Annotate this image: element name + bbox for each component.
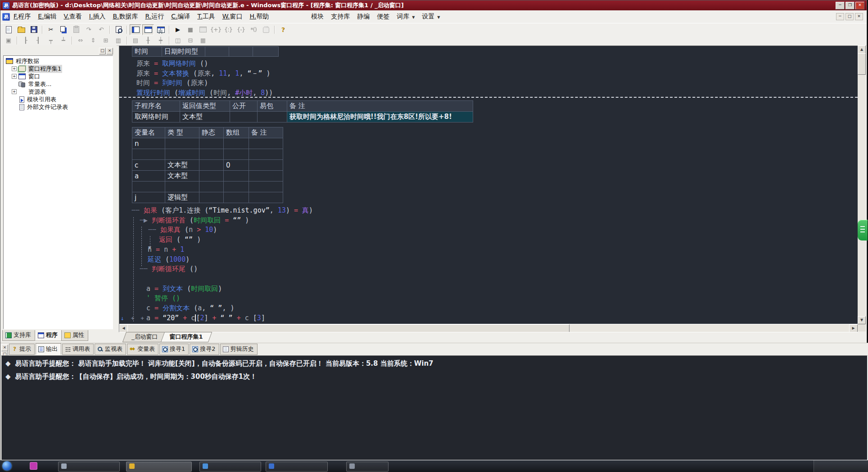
code-line[interactable]: ┄▶ 判断循环首 (时间取回 = “” ) (140, 216, 249, 226)
table-cell[interactable] (249, 149, 283, 160)
sidebar-tab-属性[interactable]: 属性 (61, 330, 88, 341)
start-button[interactable] (2, 461, 12, 471)
table-cell[interactable] (132, 182, 165, 192)
code-line[interactable]: 时间 = 到时间 (原来) (136, 79, 208, 88)
sidebar-tab-程序[interactable]: 程序 (35, 330, 62, 341)
view-top-button[interactable] (142, 24, 154, 35)
vertical-scrollbar[interactable]: ▲ ▼ (858, 45, 866, 324)
table-cell[interactable] (199, 138, 224, 149)
code-line[interactable]: c = 分割文本 (a, “ ”, ) (146, 304, 234, 313)
menu-静编[interactable]: 静编 (353, 11, 373, 22)
minimize-button[interactable]: ─ (836, 2, 845, 9)
expand-plus-icon[interactable]: + (12, 89, 17, 94)
panel-tab-搜寻2[interactable]: 搜寻2 (190, 344, 219, 355)
code-line[interactable]: a = “20” + c[2] + “ ” + c [3] (146, 314, 265, 323)
table-cell[interactable]: 返回值类型 (180, 101, 230, 112)
assistant-handle[interactable] (858, 220, 868, 241)
table-cell[interactable]: 变量名 (132, 127, 165, 138)
code-line[interactable]: 原来 = 取网络时间 () (136, 59, 208, 69)
code-line[interactable]: ┄┄ 如果 (客户1.连接 (“Time.nist.gov”, 13) = 真) (131, 206, 313, 216)
table-cell[interactable]: 逻辑型 (165, 192, 199, 203)
code-line[interactable]: 原来 = 文本替换 (原来, 11, 1, “－” ) (136, 69, 271, 79)
table-cell[interactable]: 静态 (199, 127, 224, 138)
code-editor[interactable]: 时间日期时间型 原来 = 取网络时间 ()原来 = 文本替换 (原来, 11, … (119, 45, 858, 332)
table-cell[interactable] (249, 182, 283, 192)
table-cell[interactable] (205, 47, 229, 57)
table-cell[interactable]: 0 (224, 160, 249, 171)
table-cell[interactable] (249, 192, 283, 203)
table-cell[interactable] (230, 112, 258, 123)
menu-帮助[interactable]: H.帮助 (246, 11, 272, 22)
table-cell[interactable] (165, 138, 199, 149)
taskbar-window-button[interactable] (126, 462, 192, 472)
taskbar-window-button[interactable] (346, 462, 389, 472)
table-cell[interactable] (229, 47, 253, 57)
tree-item-资源表[interactable]: +资源表 (4, 88, 113, 95)
menu-工具[interactable]: T.工具 (194, 11, 218, 22)
code-line[interactable]: ┄┄ 如果真 (n > 10) (148, 226, 217, 235)
menu-数据库[interactable]: B.数据库 (109, 11, 141, 22)
table-cell[interactable]: 子程序名 (132, 101, 180, 112)
menu-插入[interactable]: I.插入 (86, 11, 109, 22)
table-cell[interactable]: c (132, 160, 165, 171)
code-line[interactable]: 返回 ( “” ) (159, 236, 201, 245)
editor-tab-窗口程序集1[interactable]: 窗口程序集1 (163, 332, 210, 342)
table-cell[interactable] (224, 192, 249, 203)
table-cell[interactable]: 文本型 (165, 171, 199, 182)
insert-down-icon[interactable]: ↓ (121, 315, 124, 322)
table-cell[interactable]: 公开 (230, 101, 258, 112)
tree-item-窗口[interactable]: +窗口 (4, 73, 113, 80)
table-cell[interactable]: 备 注 (249, 127, 283, 138)
code-line[interactable]: n = n + 1 (148, 245, 184, 255)
table-cell[interactable] (258, 112, 287, 123)
taskbar-window-button[interactable] (58, 462, 120, 472)
table-cell[interactable]: 类 型 (165, 127, 199, 138)
table-cell[interactable] (249, 138, 283, 149)
system-tray[interactable] (814, 460, 868, 472)
menu-便签[interactable]: 便签 (373, 11, 393, 22)
table-cell[interactable]: 易包 (258, 101, 287, 112)
panel-tab-变量表[interactable]: 变量表 (127, 344, 158, 355)
table-cell[interactable]: 文本型 (165, 160, 199, 171)
table-cell[interactable] (224, 138, 249, 149)
table-cell[interactable] (132, 149, 165, 160)
scroll-right-icon[interactable]: ▶ (849, 324, 858, 332)
table-cell[interactable]: a (132, 171, 165, 182)
tree-item-外部文件记录表[interactable]: 外部文件记录表 (4, 103, 113, 111)
scroll-up-icon[interactable]: ▲ (858, 45, 866, 54)
table-cell[interactable] (249, 171, 283, 182)
expand-plus-icon[interactable]: + (12, 74, 17, 79)
menu-支持库[interactable]: 支持库 (327, 11, 353, 22)
new-doc-button[interactable] (3, 24, 14, 35)
table-cell[interactable]: j (132, 192, 165, 203)
table-cell[interactable] (224, 182, 249, 192)
expand-plus-icon[interactable]: + (12, 66, 17, 71)
panel-tab-输出[interactable]: 输出 (36, 343, 61, 355)
panel-tab-搜寻1[interactable]: 搜寻1 (159, 344, 189, 355)
panel-tab-剪辑历史[interactable]: 剪辑历史 (220, 344, 258, 355)
run-button[interactable]: ▶ (172, 24, 184, 35)
table-cell[interactable] (199, 149, 224, 160)
editor-tab-_启动窗口[interactable]: _启动窗口 (124, 332, 165, 342)
table-cell[interactable] (199, 160, 224, 171)
table-cell[interactable]: 文本型 (180, 112, 230, 123)
tree-item-程序数据[interactable]: 程序数据 (4, 57, 113, 65)
save-button[interactable] (28, 24, 40, 35)
vscroll-thumb[interactable] (858, 53, 866, 75)
table-cell[interactable]: 数组 (224, 127, 249, 138)
table-cell[interactable] (224, 149, 249, 160)
horizontal-scrollbar[interactable]: ◀ ▶ (119, 324, 858, 332)
fold-plus-icon[interactable]: + (131, 315, 135, 322)
find-button[interactable] (113, 24, 124, 35)
table-cell[interactable]: 取网络时间 (132, 112, 180, 123)
table-cell[interactable] (165, 149, 199, 160)
open-button[interactable] (15, 24, 27, 35)
menu-模块[interactable]: 模块 (307, 11, 327, 22)
table-cell[interactable] (224, 171, 249, 182)
menu-编译[interactable]: C.编译 (167, 11, 194, 22)
fold-plus-icon[interactable]: + (140, 315, 144, 322)
menu-程序[interactable]: F.程序 (10, 11, 34, 22)
taskbar-window-button[interactable] (199, 462, 261, 472)
tree-item-常量表...[interactable]: 常量表... (4, 80, 113, 88)
table-cell[interactable] (199, 192, 224, 203)
